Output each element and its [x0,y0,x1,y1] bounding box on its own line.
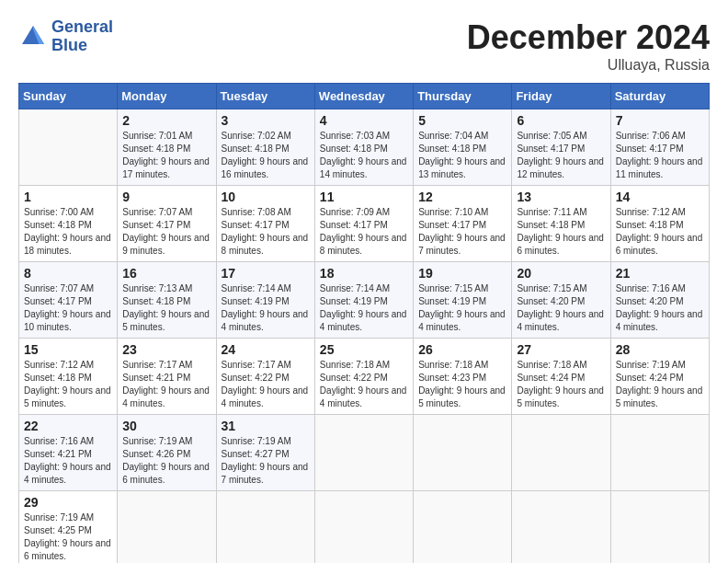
day-info: Sunrise: 7:08 AMSunset: 4:17 PMDaylight:… [222,206,310,258]
day-number: 12 [418,190,506,204]
calendar-cell [118,491,216,564]
day-number: 11 [320,190,408,204]
calendar-week-row: 1Sunrise: 7:00 AMSunset: 4:18 PMDaylight… [19,186,710,262]
day-info: Sunrise: 7:00 AMSunset: 4:18 PMDaylight:… [24,206,112,258]
calendar-cell: 31Sunrise: 7:19 AMSunset: 4:27 PMDayligh… [216,415,314,491]
day-number: 30 [122,419,210,433]
day-number: 7 [616,113,704,128]
day-number: 5 [418,113,506,128]
day-number: 29 [24,495,112,510]
day-number: 14 [616,190,704,204]
day-header-tuesday: Tuesday [216,84,314,109]
day-info: Sunrise: 7:09 AMSunset: 4:17 PMDaylight:… [320,206,408,258]
calendar-cell: 12Sunrise: 7:10 AMSunset: 4:17 PMDayligh… [414,186,512,262]
calendar-cell: 23Sunrise: 7:17 AMSunset: 4:21 PMDayligh… [118,339,216,415]
calendar-week-row: 22Sunrise: 7:16 AMSunset: 4:21 PMDayligh… [19,415,710,491]
day-number: 4 [320,113,408,128]
calendar-cell: 7Sunrise: 7:06 AMSunset: 4:17 PMDaylight… [610,109,709,186]
day-info: Sunrise: 7:17 AMSunset: 4:22 PMDaylight:… [222,359,310,410]
day-number: 19 [418,266,506,281]
day-number: 23 [122,342,210,357]
day-info: Sunrise: 7:18 AMSunset: 4:23 PMDaylight:… [418,359,506,410]
calendar-cell: 27Sunrise: 7:18 AMSunset: 4:24 PMDayligh… [512,339,610,415]
day-header-wednesday: Wednesday [314,84,413,109]
day-header-thursday: Thursday [414,84,512,109]
day-info: Sunrise: 7:04 AMSunset: 4:18 PMDaylight:… [418,130,506,181]
calendar-cell [610,491,709,564]
day-info: Sunrise: 7:06 AMSunset: 4:17 PMDaylight:… [616,130,704,181]
calendar-cell: 14Sunrise: 7:12 AMSunset: 4:18 PMDayligh… [610,186,709,262]
calendar-cell: 6Sunrise: 7:05 AMSunset: 4:17 PMDaylight… [512,109,610,186]
calendar-cell: 3Sunrise: 7:02 AMSunset: 4:18 PMDaylight… [216,109,314,186]
day-info: Sunrise: 7:07 AMSunset: 4:17 PMDaylight:… [24,282,112,334]
day-info: Sunrise: 7:18 AMSunset: 4:24 PMDaylight:… [517,359,605,410]
calendar-cell [610,415,709,491]
calendar-cell: 15Sunrise: 7:12 AMSunset: 4:18 PMDayligh… [19,339,118,415]
day-info: Sunrise: 7:12 AMSunset: 4:18 PMDaylight:… [616,206,704,258]
day-number: 13 [517,190,605,204]
day-info: Sunrise: 7:19 AMSunset: 4:24 PMDaylight:… [616,359,704,410]
calendar-cell: 8Sunrise: 7:07 AMSunset: 4:17 PMDaylight… [19,262,118,339]
day-number: 17 [222,266,310,281]
calendar-cell: 13Sunrise: 7:11 AMSunset: 4:18 PMDayligh… [512,186,610,262]
day-info: Sunrise: 7:01 AMSunset: 4:18 PMDaylight:… [122,130,210,181]
day-info: Sunrise: 7:16 AMSunset: 4:21 PMDaylight:… [24,435,112,487]
calendar-cell: 21Sunrise: 7:16 AMSunset: 4:20 PMDayligh… [610,262,709,339]
calendar-cell: 24Sunrise: 7:17 AMSunset: 4:22 PMDayligh… [216,339,314,415]
day-number: 10 [222,190,310,204]
day-header-monday: Monday [118,84,216,109]
day-info: Sunrise: 7:19 AMSunset: 4:25 PMDaylight:… [24,511,112,563]
day-info: Sunrise: 7:02 AMSunset: 4:18 PMDaylight:… [222,130,310,181]
day-header-saturday: Saturday [610,84,709,109]
day-header-sunday: Sunday [19,84,118,109]
day-info: Sunrise: 7:05 AMSunset: 4:17 PMDaylight:… [517,130,605,181]
calendar-header-row: SundayMondayTuesdayWednesdayThursdayFrid… [19,84,710,109]
day-number: 9 [122,190,210,204]
day-number: 26 [418,342,506,357]
calendar-cell [216,491,314,564]
title-block: December 2024 Ulluaya, Russia [467,18,710,74]
calendar-cell: 25Sunrise: 7:18 AMSunset: 4:22 PMDayligh… [314,339,413,415]
day-info: Sunrise: 7:13 AMSunset: 4:18 PMDaylight:… [122,282,210,334]
day-number: 15 [24,342,112,357]
calendar-cell: 28Sunrise: 7:19 AMSunset: 4:24 PMDayligh… [610,339,709,415]
calendar-cell: 16Sunrise: 7:13 AMSunset: 4:18 PMDayligh… [118,262,216,339]
day-number: 1 [24,190,112,204]
calendar-week-row: 29Sunrise: 7:19 AMSunset: 4:25 PMDayligh… [19,491,710,564]
day-number: 31 [222,419,310,433]
day-number: 18 [320,266,408,281]
calendar-cell: 9Sunrise: 7:07 AMSunset: 4:17 PMDaylight… [118,186,216,262]
logo-icon [18,22,48,52]
calendar-cell: 30Sunrise: 7:19 AMSunset: 4:26 PMDayligh… [118,415,216,491]
day-number: 22 [24,419,112,433]
calendar-cell: 19Sunrise: 7:15 AMSunset: 4:19 PMDayligh… [414,262,512,339]
calendar-table: SundayMondayTuesdayWednesdayThursdayFrid… [18,83,710,563]
calendar-cell [314,491,413,564]
day-info: Sunrise: 7:19 AMSunset: 4:26 PMDaylight:… [122,435,210,487]
calendar-week-row: 2Sunrise: 7:01 AMSunset: 4:18 PMDaylight… [19,109,710,186]
calendar-cell: 1Sunrise: 7:00 AMSunset: 4:18 PMDaylight… [19,186,118,262]
calendar-cell: 17Sunrise: 7:14 AMSunset: 4:19 PMDayligh… [216,262,314,339]
calendar-cell: 26Sunrise: 7:18 AMSunset: 4:23 PMDayligh… [414,339,512,415]
calendar-cell [414,491,512,564]
day-info: Sunrise: 7:19 AMSunset: 4:27 PMDaylight:… [222,435,310,487]
day-number: 21 [616,266,704,281]
day-number: 6 [517,113,605,128]
day-number: 20 [517,266,605,281]
logo: General Blue [18,18,113,55]
calendar-cell: 10Sunrise: 7:08 AMSunset: 4:17 PMDayligh… [216,186,314,262]
day-info: Sunrise: 7:15 AMSunset: 4:20 PMDaylight:… [517,282,605,334]
day-number: 28 [616,342,704,357]
day-info: Sunrise: 7:11 AMSunset: 4:18 PMDaylight:… [517,206,605,258]
day-info: Sunrise: 7:15 AMSunset: 4:19 PMDaylight:… [418,282,506,334]
calendar-cell [512,415,610,491]
calendar-cell: 11Sunrise: 7:09 AMSunset: 4:17 PMDayligh… [314,186,413,262]
calendar-week-row: 15Sunrise: 7:12 AMSunset: 4:18 PMDayligh… [19,339,710,415]
day-number: 27 [517,342,605,357]
day-number: 16 [122,266,210,281]
calendar-cell: 5Sunrise: 7:04 AMSunset: 4:18 PMDaylight… [414,109,512,186]
day-number: 8 [24,266,112,281]
day-number: 24 [222,342,310,357]
day-info: Sunrise: 7:10 AMSunset: 4:17 PMDaylight:… [418,206,506,258]
location: Ulluaya, Russia [467,57,710,74]
